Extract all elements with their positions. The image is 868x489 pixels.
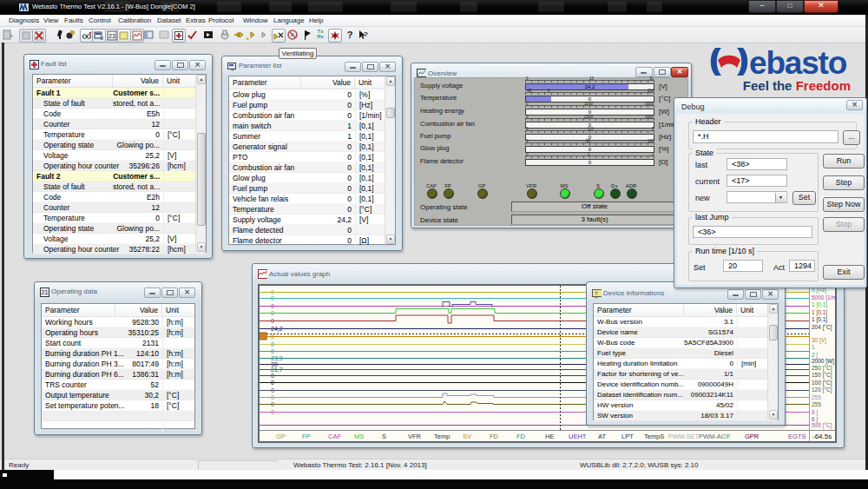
svg-text:1 [0,1]: 1 [0,1] xyxy=(812,316,827,323)
svg-text:0: 0 xyxy=(271,380,274,386)
svg-text:0: 0 xyxy=(271,289,274,295)
svg-text:GPR: GPR xyxy=(745,433,760,440)
svg-text:255: 255 xyxy=(812,394,821,400)
svg-text:0: 0 xyxy=(271,341,274,347)
svg-text:0: 0 xyxy=(271,401,274,407)
svg-text:PWM-SET: PWM-SET xyxy=(668,433,700,440)
svg-text:LPT: LPT xyxy=(621,433,634,440)
svg-text:MS: MS xyxy=(354,433,364,440)
svg-text:21: 21 xyxy=(42,289,49,295)
svg-text:AT: AT xyxy=(598,433,606,440)
svg-text:HE: HE xyxy=(545,433,554,440)
svg-text:0: 0 xyxy=(271,373,274,379)
svg-text:0: 0 xyxy=(271,409,274,415)
svg-text:150 [°C]: 150 [°C] xyxy=(812,372,832,379)
svg-text:0: 0 xyxy=(271,387,274,393)
svg-text:GP: GP xyxy=(721,433,731,440)
svg-text:120 [°C]: 120 [°C] xyxy=(812,387,832,393)
svg-text:24,2: 24,2 xyxy=(271,326,283,332)
svg-text:VFR: VFR xyxy=(408,433,422,440)
svg-text:FD: FD xyxy=(490,433,499,440)
svg-text:1 [0,1]: 1 [0,1] xyxy=(812,309,827,316)
svg-text:5000 [1/m: 5000 [1/m xyxy=(812,294,835,301)
svg-text:0: 0 xyxy=(271,348,274,354)
svg-text:2000 [W]: 2000 [W] xyxy=(812,358,834,365)
svg-text:0: 0 xyxy=(271,318,274,324)
svg-text:Feel the Freedom: Feel the Freedom xyxy=(743,78,851,93)
svg-text:23: 23 xyxy=(108,33,115,39)
svg-text:?: ? xyxy=(364,30,368,38)
svg-text:EGTS: EGTS xyxy=(788,433,806,440)
svg-text:21,7: 21,7 xyxy=(271,367,283,373)
svg-text:SV: SV xyxy=(463,433,471,440)
svg-text:1 [0,1]: 1 [0,1] xyxy=(812,301,827,308)
svg-text:204 [°C]: 204 [°C] xyxy=(812,324,832,331)
svg-text:255: 255 xyxy=(812,401,821,407)
svg-text:FD: FD xyxy=(516,433,526,440)
svg-text:595 [°C]: 595 [°C] xyxy=(812,422,832,429)
svg-text:30 [V]: 30 [V] xyxy=(812,337,826,344)
svg-text:CAF: CAF xyxy=(328,433,341,440)
svg-text:UEHT: UEHT xyxy=(569,433,587,440)
svg-text:GP: GP xyxy=(276,433,286,440)
svg-text:0: 0 xyxy=(271,334,274,340)
svg-text:0: 0 xyxy=(271,295,274,301)
svg-text:8 [: 8 [ xyxy=(812,409,818,416)
svg-text:100 [°C]: 100 [°C] xyxy=(812,380,832,387)
svg-text:TempS: TempS xyxy=(644,433,664,440)
svg-text:S: S xyxy=(382,433,386,440)
svg-text:ebasto: ebasto xyxy=(749,47,847,81)
svg-text:Temp: Temp xyxy=(434,433,450,440)
svg-text:0: 0 xyxy=(271,310,274,316)
svg-text:0: 0 xyxy=(271,303,274,309)
svg-text:250 [°C]: 250 [°C] xyxy=(812,365,832,372)
svg-text:FP: FP xyxy=(302,433,311,440)
svg-text:0: 0 xyxy=(271,394,274,400)
svg-text:-64.5s: -64.5s xyxy=(812,433,832,440)
svg-text:23,9: 23,9 xyxy=(271,355,283,361)
svg-text:1: 1 xyxy=(812,344,815,350)
